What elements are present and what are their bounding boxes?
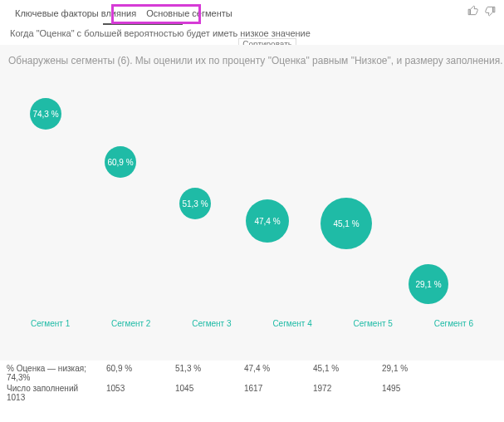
footer-row-count: Число заполнений 1013 1053 1045 1617 197…	[7, 384, 497, 402]
footer-label-count: Число заполнений 1013	[7, 384, 96, 402]
tab-underline	[103, 23, 183, 25]
footer-row-pct: % Оценка — низкая; 74,3% 60,9 % 51,3 % 4…	[7, 364, 497, 382]
thumbs-up-icon[interactable]	[467, 5, 479, 20]
thumbs-down-icon[interactable]	[484, 5, 496, 20]
footer-cell: 29,1 %	[372, 364, 441, 373]
bubble-label: 60,9 %	[107, 158, 133, 167]
bubble-label: 51,3 %	[182, 199, 208, 209]
chart-area: Обнаружены сегменты (6). Мы оценили их п…	[0, 45, 504, 361]
feedback-buttons	[467, 5, 496, 20]
bubble-segment-2[interactable]: 60,9 %	[105, 146, 136, 178]
bubble-segment-5[interactable]: 45,1 %	[321, 198, 372, 249]
x-axis: Сегмент 1 Сегмент 2 Сегмент 3 Сегмент 4 …	[3, 319, 501, 328]
axis-label: Сегмент 1	[15, 319, 86, 328]
footer-cell: 51,3 %	[165, 364, 234, 373]
bubble-label: 29,1 %	[415, 280, 441, 289]
bubble-chart: 74,3 % 60,9 % 51,3 % 47,4 % 45,1 % 29,1 …	[12, 73, 492, 314]
axis-label: Сегмент 2	[95, 319, 167, 328]
axis-label: Сегмент 3	[176, 319, 247, 328]
header: Ключевые факторы влияния Основные сегмен…	[0, 0, 504, 25]
footer-cell: 1495	[372, 384, 441, 393]
footer-cell: 47,4 %	[234, 364, 303, 373]
footer-cell: 1972	[303, 384, 372, 393]
footer-cell: 45,1 %	[303, 364, 372, 373]
axis-label: Сегмент 4	[257, 319, 328, 328]
footer-cell: 1617	[234, 384, 303, 393]
bubble-label: 74,3 %	[32, 110, 58, 119]
footer-cell: 1053	[96, 384, 165, 393]
bubble-segment-4[interactable]: 47,4 %	[246, 199, 289, 243]
bubble-label: 47,4 %	[254, 217, 280, 226]
segments-description: Обнаружены сегменты (6). Мы оценили их п…	[3, 53, 501, 73]
bubble-segment-1[interactable]: 74,3 %	[30, 98, 61, 130]
tab-key-influencers[interactable]: Ключевые факторы влияния	[10, 7, 141, 22]
tabs: Ключевые факторы влияния Основные сегмен…	[10, 7, 494, 22]
footer-table: % Оценка — низкая; 74,3% 60,9 % 51,3 % 4…	[0, 361, 504, 402]
axis-label: Сегмент 6	[418, 319, 489, 328]
footer-label-pct: % Оценка — низкая; 74,3%	[7, 364, 96, 382]
footer-cell: 60,9 %	[96, 364, 165, 373]
bubble-segment-3[interactable]: 51,3 %	[179, 188, 211, 219]
footer-cell: 1045	[165, 384, 234, 393]
bubble-label: 45,1 %	[333, 219, 359, 228]
tab-top-segments[interactable]: Основные сегменты	[141, 7, 237, 22]
bubble-segment-6[interactable]: 29,1 %	[409, 264, 448, 304]
axis-label: Сегмент 5	[337, 319, 409, 328]
